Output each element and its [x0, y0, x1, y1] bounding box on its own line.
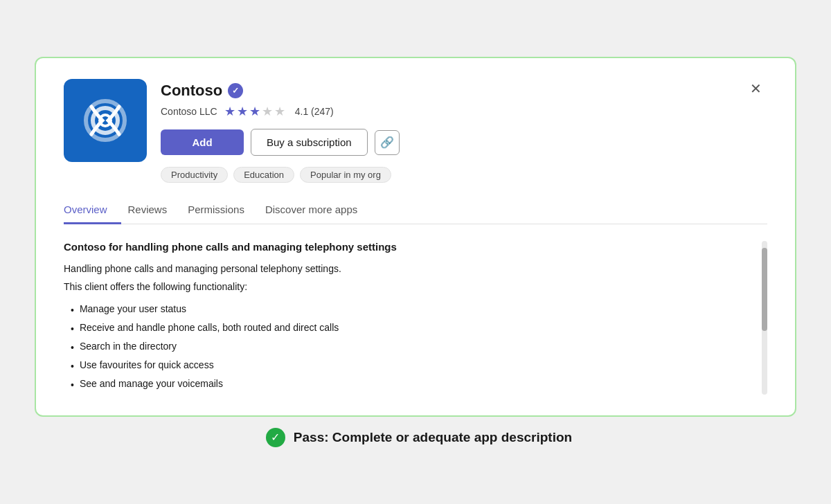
star-2: ★	[237, 104, 248, 119]
list-item: Manage your user status	[71, 300, 741, 319]
link-button[interactable]: 🔗	[375, 130, 400, 155]
intro-line-1: Handling phone calls and managing person…	[64, 261, 741, 276]
section-title: Contoso for handling phone calls and man…	[64, 241, 741, 253]
list-item: Search in the directory	[71, 338, 741, 357]
close-button[interactable]: ✕	[744, 79, 767, 98]
list-item: Receive and handle phone calls, both rou…	[71, 319, 741, 338]
list-item: Use favourites for quick access	[71, 357, 741, 375]
publisher-row: Contoso LLC ★ ★ ★ ★ ★ 4.1 (247)	[161, 104, 767, 119]
tab-reviews[interactable]: Reviews	[128, 197, 181, 224]
tag-productivity[interactable]: Productivity	[161, 167, 228, 183]
app-title-row: Contoso ✓	[161, 82, 767, 100]
tab-discover[interactable]: Discover more apps	[265, 197, 371, 224]
scrollbar-thumb[interactable]	[762, 248, 767, 331]
publisher-name: Contoso LLC	[161, 106, 217, 117]
tab-permissions[interactable]: Permissions	[188, 197, 258, 224]
tags-row: Productivity Education Popular in my org	[161, 167, 767, 183]
star-3: ★	[249, 104, 260, 119]
star-1: ★	[224, 104, 235, 119]
scrollbar[interactable]	[762, 241, 767, 395]
app-info: Contoso ✓ Contoso LLC ★ ★ ★ ★ ★ 4.1 (247…	[161, 79, 767, 183]
link-icon: 🔗	[380, 136, 394, 149]
main-content: Contoso for handling phone calls and man…	[64, 241, 755, 395]
pass-banner: ✓ Pass: Complete or adequate app descrip…	[259, 428, 572, 447]
tab-overview[interactable]: Overview	[64, 197, 121, 224]
app-detail-card: Contoso ✓ Contoso LLC ★ ★ ★ ★ ★ 4.1 (247…	[35, 57, 796, 416]
subscribe-button[interactable]: Buy a subscription	[251, 129, 368, 156]
verified-icon: ✓	[228, 83, 243, 98]
tabs: Overview Reviews Permissions Discover mo…	[64, 197, 767, 224]
rating-text: 4.1 (247)	[295, 106, 334, 117]
star-rating: ★ ★ ★ ★ ★	[224, 104, 285, 119]
add-button[interactable]: Add	[161, 129, 244, 155]
app-header: Contoso ✓ Contoso LLC ★ ★ ★ ★ ★ 4.1 (247…	[64, 79, 767, 183]
action-row: Add Buy a subscription 🔗	[161, 129, 767, 156]
app-name: Contoso	[161, 82, 222, 100]
feature-list: Manage your user status Receive and hand…	[64, 300, 741, 395]
tag-popular[interactable]: Popular in my org	[300, 167, 391, 183]
list-item: See and manage your voicemails	[71, 375, 741, 394]
pass-text: Pass: Complete or adequate app descripti…	[294, 430, 572, 445]
intro-line-2: This client offers the following functio…	[64, 279, 741, 294]
star-5: ★	[274, 104, 285, 119]
star-4: ★	[262, 104, 273, 119]
tag-education[interactable]: Education	[233, 167, 294, 183]
content-area: Contoso for handling phone calls and man…	[64, 224, 767, 395]
pass-check-icon: ✓	[266, 428, 285, 447]
app-icon	[64, 79, 147, 162]
